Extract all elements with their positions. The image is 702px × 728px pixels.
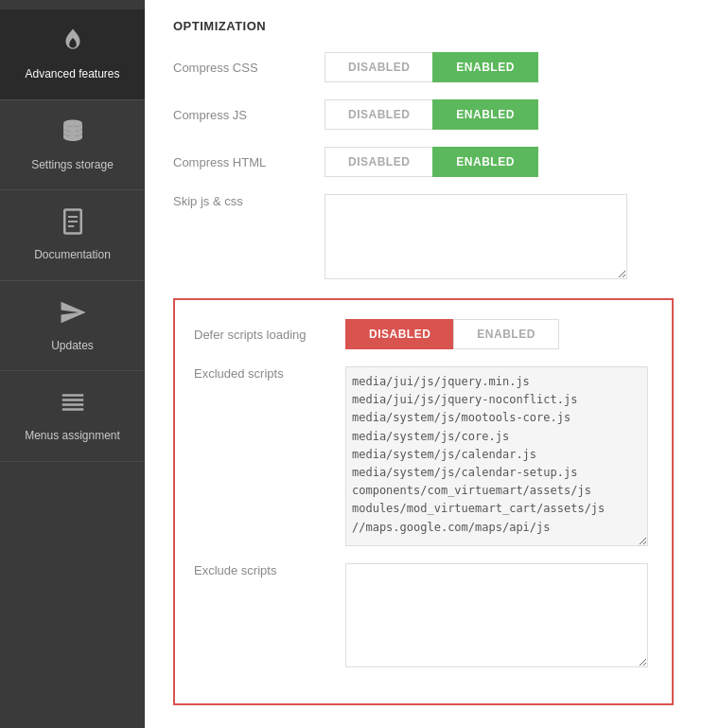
compress-js-label: Compress JS (173, 108, 325, 122)
defer-scripts-disabled-btn[interactable]: DISABLED (345, 319, 453, 349)
compress-js-enabled-btn[interactable]: ENABLED (432, 99, 538, 130)
compress-css-enabled-btn[interactable]: ENABLED (432, 52, 538, 82)
sidebar-item-settings-storage[interactable]: Settings storage (0, 100, 145, 191)
skip-js-css-row: Skip js & css (173, 194, 674, 279)
excluded-scripts-label: Excluded scripts (194, 366, 345, 381)
excluded-scripts-row: Excluded scripts (194, 366, 653, 546)
compress-js-toggle: DISABLED ENABLED (325, 99, 538, 130)
svg-point-0 (63, 119, 82, 127)
skip-js-css-textarea[interactable] (325, 194, 627, 279)
excluded-scripts-textarea[interactable] (345, 366, 648, 546)
defer-scripts-enabled-btn[interactable]: ENABLED (453, 319, 559, 349)
exclude-scripts-label: Exclude scripts (194, 563, 345, 577)
sidebar-item-label-menus-assignment: Menus assignment (25, 429, 120, 444)
sidebar-item-label-documentation: Documentation (34, 248, 111, 263)
send-icon (59, 298, 87, 333)
compress-css-row: Compress CSS DISABLED ENABLED (173, 52, 674, 82)
exclude-scripts-textarea[interactable] (345, 563, 648, 667)
section-title: OPTIMIZATION (173, 19, 674, 33)
compress-html-label: Compress HTML (173, 155, 325, 169)
sidebar: Advanced features Settings storage Docum… (0, 0, 145, 728)
sidebar-item-label-updates: Updates (51, 339, 94, 354)
compress-html-enabled-btn[interactable]: ENABLED (432, 147, 538, 177)
defer-scripts-row: Defer scripts loading DISABLED ENABLED (194, 319, 653, 349)
skip-js-css-label: Skip js & css (173, 194, 325, 208)
sidebar-item-label-advanced-features: Advanced features (25, 67, 119, 82)
menu-icon (59, 388, 87, 423)
sidebar-item-advanced-features[interactable]: Advanced features (0, 9, 145, 100)
defer-scripts-label: Defer scripts loading (194, 328, 345, 342)
compress-html-disabled-btn[interactable]: DISABLED (325, 147, 432, 177)
document-icon (59, 207, 87, 242)
sidebar-item-label-settings-storage: Settings storage (31, 158, 114, 173)
compress-js-row: Compress JS DISABLED ENABLED (173, 99, 674, 130)
sidebar-item-updates[interactable]: Updates (0, 281, 145, 372)
compress-js-disabled-btn[interactable]: DISABLED (325, 99, 432, 130)
sidebar-item-documentation[interactable]: Documentation (0, 190, 145, 281)
compress-css-disabled-btn[interactable]: DISABLED (325, 52, 432, 82)
compress-html-row: Compress HTML DISABLED ENABLED (173, 147, 674, 177)
flame-icon (59, 27, 87, 62)
defer-scripts-toggle: DISABLED ENABLED (345, 319, 559, 349)
database-icon (59, 117, 87, 152)
sidebar-item-menus-assignment[interactable]: Menus assignment (0, 371, 145, 462)
exclude-scripts-row: Exclude scripts (194, 563, 653, 667)
compress-html-toggle: DISABLED ENABLED (325, 147, 538, 177)
defer-section: Defer scripts loading DISABLED ENABLED E… (173, 298, 674, 705)
compress-css-label: Compress CSS (173, 61, 325, 75)
compress-css-toggle: DISABLED ENABLED (325, 52, 538, 82)
main-content: OPTIMIZATION Compress CSS DISABLED ENABL… (145, 0, 702, 728)
